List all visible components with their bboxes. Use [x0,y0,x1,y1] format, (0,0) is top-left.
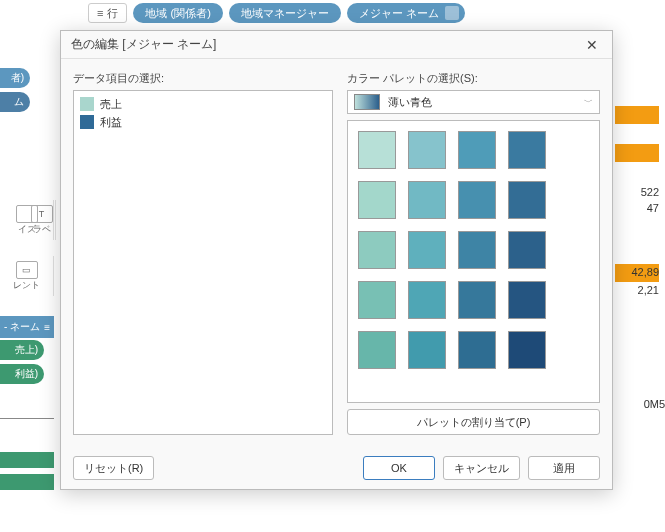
bg-pill-fragment-1: 者) [0,68,30,88]
tool-label: レント [13,279,40,292]
sort-icon: ≡ [44,322,50,333]
bg-tool-label[interactable]: T ラベ [28,200,56,240]
tooltip-icon: ▭ [16,261,38,279]
palette-swatch-box [347,120,600,403]
chevron-down-icon: ﹀ [584,96,593,109]
pill-label: 地域マネージャー [241,6,329,21]
bg-axis-1: 0M [644,398,659,410]
dialog-titlebar: 色の編集 [メジャー ネーム] ✕ [61,31,612,59]
list-item[interactable]: 売上 [78,95,328,113]
assign-palette-button[interactable]: パレットの割り当て(P) [347,409,600,435]
card-label: - ネーム [4,320,40,334]
sort-icon [445,6,459,20]
color-swatch-icon [80,97,94,111]
bg-value-2: 47 [647,202,659,214]
palette-swatch[interactable] [508,331,546,369]
bg-axis-2: 5 [659,398,665,410]
palette-select-label: カラー パレットの選択(S): [347,71,600,86]
bg-pill-sum-profit[interactable]: 利益) [0,364,44,384]
divider [0,418,54,419]
palette-swatch[interactable] [408,231,446,269]
rows-shelf-button[interactable]: ≡ 行 [88,3,127,23]
rows-icon: ≡ [97,7,103,19]
list-item[interactable]: 利益 [78,113,328,131]
color-swatch-icon [80,115,94,129]
assign-palette-label: パレットの割り当て(P) [417,415,531,430]
palette-swatch[interactable] [408,181,446,219]
palette-swatch[interactable] [458,231,496,269]
palette-swatch[interactable] [358,331,396,369]
palette-swatch[interactable] [458,281,496,319]
palette-swatch[interactable] [458,181,496,219]
palette-swatch[interactable] [358,181,396,219]
pill-label: 地域 (関係者) [145,6,210,21]
bg-green-bar-2 [0,474,54,490]
bg-measure-names-card[interactable]: - ネーム ≡ [0,316,54,338]
tool-label: ラベ [33,223,51,236]
orange-bar-2 [615,144,659,162]
reset-button[interactable]: リセット(R) [73,456,154,480]
palette-swatch[interactable] [508,231,546,269]
orange-bar-1 [615,106,659,124]
palette-swatch[interactable] [458,331,496,369]
dialog-title-text: 色の編集 [メジャー ネーム] [71,36,216,53]
palette-swatch[interactable] [358,231,396,269]
bg-value-4: 2,21 [638,284,659,296]
apply-button[interactable]: 適用 [528,456,600,480]
palette-name: 薄い青色 [388,95,576,110]
pill-measure-names[interactable]: メジャー ネーム [347,3,465,23]
palette-swatch[interactable] [508,281,546,319]
palette-swatch[interactable] [508,181,546,219]
bg-green-bar-1 [0,452,54,468]
bg-value-1: 522 [641,186,659,198]
ok-label: OK [391,462,407,474]
bg-pill-sum-sales[interactable]: 売上) [0,340,44,360]
data-items-listbox[interactable]: 売上利益 [73,90,333,435]
cancel-button[interactable]: キャンセル [443,456,520,480]
palette-preview-icon [354,94,380,110]
dialog-close-button[interactable]: ✕ [582,35,602,55]
list-item-label: 利益 [100,115,122,130]
palette-grid [358,131,589,369]
edit-colors-dialog: 色の編集 [メジャー ネーム] ✕ データ項目の選択: 売上利益 カラー パレッ… [60,30,613,490]
ok-button[interactable]: OK [363,456,435,480]
bg-value-3: 42,89 [631,266,659,278]
palette-swatch[interactable] [408,281,446,319]
palette-swatch[interactable] [358,131,396,169]
palette-dropdown[interactable]: 薄い青色 ﹀ [347,90,600,114]
palette-swatch[interactable] [408,331,446,369]
palette-swatch[interactable] [508,131,546,169]
pill-label: メジャー ネーム [359,6,439,21]
apply-label: 適用 [553,461,575,476]
bg-pill-fragment-2: ム [0,92,30,112]
data-items-label: データ項目の選択: [73,71,333,86]
bg-tool-tooltip[interactable]: ▭ レント [0,256,54,296]
palette-swatch[interactable] [458,131,496,169]
reset-label: リセット(R) [84,461,143,476]
label-icon: T [31,205,53,223]
pill-region-related[interactable]: 地域 (関係者) [133,3,222,23]
list-item-label: 売上 [100,97,122,112]
pill-region-manager[interactable]: 地域マネージャー [229,3,341,23]
palette-swatch[interactable] [358,281,396,319]
cancel-label: キャンセル [454,461,509,476]
rows-label: 行 [107,6,118,21]
palette-swatch[interactable] [408,131,446,169]
